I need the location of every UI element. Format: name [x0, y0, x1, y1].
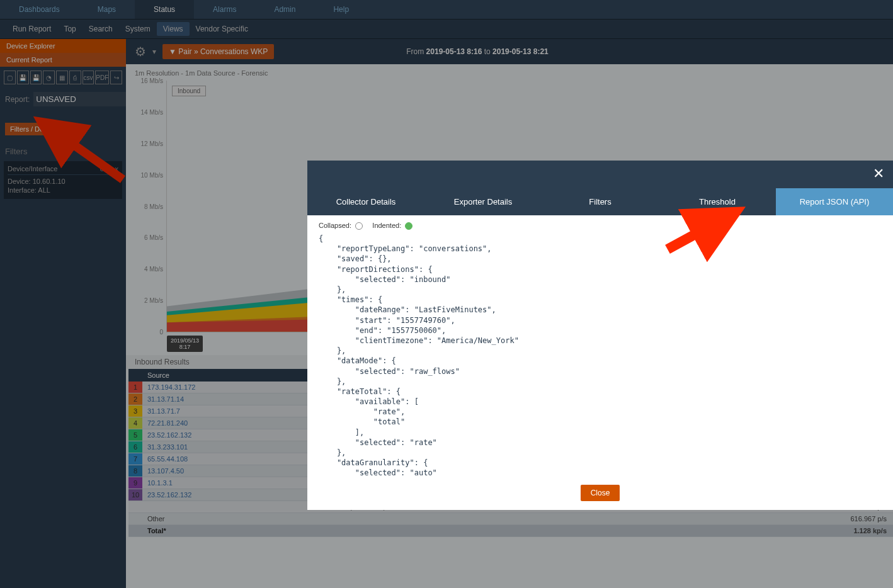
- modal-tabs: Collector Details Exporter Details Filte…: [307, 188, 893, 215]
- indented-label: Indented:: [372, 222, 401, 229]
- tab-collector-details[interactable]: Collector Details: [307, 188, 424, 215]
- indented-toggle[interactable]: [405, 222, 412, 230]
- json-output[interactable]: { "reportTypeLang": "conversations", "sa…: [319, 234, 882, 478]
- tab-threshold[interactable]: Threshold: [659, 188, 776, 215]
- tab-report-json-api[interactable]: Report JSON (API): [776, 188, 893, 215]
- tab-filters[interactable]: Filters: [542, 188, 659, 215]
- close-icon[interactable]: ✕: [873, 166, 884, 182]
- details-modal: ✕ Collector Details Exporter Details Fil…: [307, 161, 893, 510]
- collapsed-toggle[interactable]: [355, 222, 363, 230]
- collapsed-label: Collapsed:: [319, 222, 351, 229]
- close-button[interactable]: Close: [581, 485, 620, 501]
- tab-exporter-details[interactable]: Exporter Details: [424, 188, 542, 215]
